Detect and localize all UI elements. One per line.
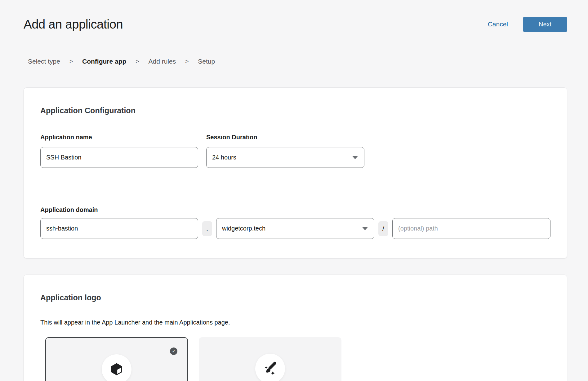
application-domain-label: Application domain [40, 206, 550, 213]
add-application-page: Add an application Cancel Next Select ty… [0, 0, 588, 381]
application-configuration-card: Application Configuration Application na… [24, 87, 567, 258]
application-name-input[interactable] [40, 147, 198, 168]
application-domain-row: . widgetcorp.tech / [40, 218, 550, 239]
logo-option-custom[interactable] [199, 337, 341, 381]
breadcrumb: Select type > Configure app > Add rules … [28, 58, 567, 65]
step-add-rules[interactable]: Add rules [148, 58, 176, 65]
session-duration-field: Session Duration 24 hours [206, 134, 364, 168]
application-name-label: Application name [40, 134, 198, 141]
chevron-down-icon [362, 227, 368, 230]
logo-preview-circle [102, 354, 131, 381]
session-duration-value: 24 hours [212, 154, 236, 161]
path-input[interactable] [392, 218, 550, 239]
logo-description: This will appear in the App Launcher and… [40, 319, 550, 326]
dot-separator: . [202, 221, 212, 236]
logo-options: ✓ [45, 337, 550, 381]
chevron-down-icon [352, 156, 358, 159]
slash-separator: / [378, 221, 388, 236]
config-card-heading: Application Configuration [40, 106, 550, 115]
logo-option-default[interactable]: ✓ [45, 337, 188, 381]
session-duration-select[interactable]: 24 hours [206, 147, 364, 168]
step-select-type[interactable]: Select type [28, 58, 60, 65]
page-title: Add an application [24, 16, 123, 32]
session-duration-label: Session Duration [206, 134, 364, 141]
subdomain-input[interactable] [40, 218, 198, 239]
domain-select-value: widgetcorp.tech [222, 225, 265, 232]
next-button[interactable]: Next [523, 17, 567, 32]
page-header: Add an application Cancel Next [24, 0, 567, 32]
check-icon: ✓ [170, 347, 177, 355]
cube-icon [109, 362, 124, 376]
application-name-field: Application name [40, 134, 198, 168]
step-configure-app[interactable]: Configure app [82, 58, 126, 65]
cancel-button[interactable]: Cancel [488, 20, 508, 28]
step-setup[interactable]: Setup [198, 58, 215, 65]
logo-preview-circle [255, 354, 285, 381]
logo-card-heading: Application logo [40, 293, 550, 302]
chevron-separator: > [69, 58, 73, 65]
chevron-separator: > [136, 58, 139, 65]
header-actions: Cancel Next [488, 17, 567, 32]
chevron-separator: > [185, 58, 189, 65]
application-logo-card: Application logo This will appear in the… [24, 275, 567, 381]
domain-select[interactable]: widgetcorp.tech [216, 218, 374, 239]
brush-icon [263, 361, 278, 376]
